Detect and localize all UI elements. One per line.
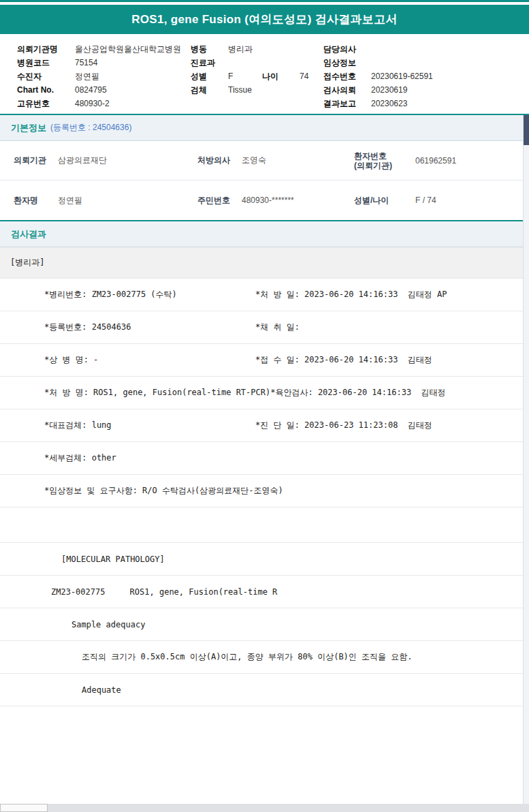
header-field-value: 정연필: [75, 69, 99, 83]
header-field-label: 고유번호: [17, 97, 75, 110]
basic-info-row: 환자명 정연필 주민번호 480930-******* 성별/나이 F / 74: [0, 181, 529, 220]
top-accent-strip: [0, 0, 529, 2]
empty-space: [0, 706, 529, 804]
header-field-label: 진료과: [191, 56, 228, 69]
header-field-row: 검체 Tissue: [191, 83, 323, 97]
patient-name-cell: 환자명 정연필: [14, 195, 197, 206]
header-field-value: Tissue: [228, 83, 252, 97]
section-results-bar: 검사결과: [0, 220, 529, 247]
result-right-text: *육안검사: 2023-06-20 14:16:33 김태정: [270, 387, 445, 399]
header-field-row: 의뢰기관명 울산공업학원울산대학교병원: [17, 42, 191, 56]
sex-age-label: 성별/나이: [354, 195, 415, 206]
header-field-label: 접수번호: [323, 69, 371, 83]
result-detail-rows: *병리번호: ZM23-002775 (수탁) *처 방 일: 2023-06-…: [0, 279, 529, 804]
vertical-scrollbar[interactable]: [523, 115, 529, 804]
result-left-text: *임상정보 및 요구사항: R/O 수탁검사(삼광의료재단-조영숙): [44, 485, 283, 497]
header-field-label: 결과보고: [323, 97, 371, 110]
patient-number-label-line1: 환자번호: [354, 151, 415, 161]
header-field-row: 담당의사: [323, 42, 529, 56]
result-right-text: *처 방 일: 2023-06-20 14:16:33 김태정 AP: [255, 289, 447, 300]
report-title: ROS1, gene Fusion (여의도성모) 검사결과보고서: [131, 12, 398, 27]
molecular-text: ZM23-002775 ROS1, gene, Fusion(real-time…: [51, 587, 277, 597]
molecular-row: [MOLECULAR PATHOLOGY]: [0, 543, 529, 576]
header-field-row: 진료과: [191, 56, 323, 69]
age-label: 나이: [262, 69, 300, 83]
patient-header: 의뢰기관명 울산공업학원울산대학교병원 병원코드 75154 수진자 정연필 C…: [0, 34, 529, 114]
result-detail-row: *세부검체: other: [0, 442, 529, 475]
header-field-label: 수진자: [17, 69, 75, 83]
result-detail-row: *등록번호: 24504636 *채 취 일:: [0, 311, 529, 344]
horizontal-scrollbar-thumb[interactable]: [0, 804, 48, 812]
prescribing-doctor-cell: 처방의사 조영숙: [197, 155, 354, 166]
horizontal-scrollbar[interactable]: [0, 804, 529, 812]
header-field-row: 임상정보: [323, 56, 529, 69]
resident-number-label: 주민번호: [197, 195, 242, 206]
molecular-text: Sample adequacy: [71, 620, 145, 629]
patient-number-label-line2: (의뢰기관): [354, 161, 415, 170]
header-field-row: 수진자 정연필: [17, 69, 191, 83]
header-field-label: 의뢰기관명: [17, 42, 75, 56]
header-field-row: 접수번호 20230619-62591: [323, 69, 529, 83]
referring-org-label: 의뢰기관: [14, 155, 58, 166]
header-field-label: Chart No.: [17, 83, 75, 97]
department-band: [병리과]: [0, 247, 529, 279]
vertical-scrollbar-thumb[interactable]: [524, 115, 529, 145]
result-left-text: *병리번호: ZM23-002775 (수탁): [44, 289, 255, 300]
result-detail-row: *병리번호: ZM23-002775 (수탁) *처 방 일: 2023-06-…: [0, 279, 529, 311]
header-field-label: 검체: [191, 83, 228, 97]
basic-info-row: 의뢰기관 삼광의료재단 처방의사 조영숙 환자번호 (의뢰기관) 0619625…: [0, 141, 529, 181]
age-value: 74: [300, 69, 308, 83]
header-field-row: 병동 병리과: [191, 42, 323, 56]
report-page: ROS1, gene Fusion (여의도성모) 검사결과보고서 의뢰기관명 …: [0, 0, 529, 812]
molecular-row: Sample adequacy: [0, 608, 529, 641]
molecular-text: Adequate: [82, 685, 121, 695]
result-detail-row: *처 방 명: ROS1, gene, Fusion(real-time RT-…: [0, 377, 529, 409]
result-detail-row: *대표검체: lung *진 단 일: 2023-06-23 11:23:08 …: [0, 409, 529, 442]
header-field-label: 병원코드: [17, 56, 75, 69]
header-column-3: 담당의사 임상정보 접수번호 20230619-62591 검사의뢰 20230…: [323, 42, 529, 114]
section-title-basic-info: 기본정보: [11, 122, 46, 134]
header-field-value: F: [228, 69, 262, 83]
patient-name-label: 환자명: [14, 195, 58, 206]
header-field-value: 20230619: [371, 83, 407, 97]
header-field-label: 임상정보: [323, 56, 371, 69]
header-field-label: 성별: [191, 69, 228, 83]
header-field-value: 울산공업학원울산대학교병원: [75, 42, 181, 56]
prescribing-doctor-value: 조영숙: [242, 155, 266, 166]
header-field-label: 담당의사: [323, 42, 371, 56]
header-field-row: Chart No. 0824795: [17, 83, 191, 97]
header-field-row: 고유번호 480930-2: [17, 97, 191, 110]
sex-age-value: F / 74: [415, 196, 436, 205]
header-field-value: 75154: [75, 56, 97, 69]
header-column-2: 병동 병리과 진료과 성별 F 나이 74 검체 Tissue: [191, 42, 323, 114]
result-left-text: *등록번호: 24504636: [44, 322, 255, 333]
registration-number-note: (등록번호 : 24504636): [50, 122, 131, 134]
result-right-text: *채 취 일:: [255, 322, 300, 333]
section-title-results: 검사결과: [11, 228, 46, 240]
patient-number-value: 061962591: [415, 156, 456, 166]
result-right-text: *접 수 일: 2023-06-20 14:16:33 김태정: [255, 354, 432, 366]
header-field-value: 0824795: [75, 83, 107, 97]
result-left-text: *상 병 명: -: [44, 354, 255, 366]
molecular-row: Adequate: [0, 674, 529, 706]
resident-number-cell: 주민번호 480930-*******: [197, 195, 354, 206]
basic-info-table: 의뢰기관 삼광의료재단 처방의사 조영숙 환자번호 (의뢰기관) 0619625…: [0, 141, 529, 220]
header-field-label: 검사의뢰: [323, 83, 371, 97]
report-title-bar: ROS1, gene Fusion (여의도성모) 검사결과보고서: [0, 5, 529, 34]
sex-age-cell: 성별/나이 F / 74: [354, 195, 529, 206]
header-column-1: 의뢰기관명 울산공업학원울산대학교병원 병원코드 75154 수진자 정연필 C…: [17, 42, 191, 114]
result-detail-row: *상 병 명: - *접 수 일: 2023-06-20 14:16:33 김태…: [0, 344, 529, 377]
molecular-row: ZM23-002775 ROS1, gene, Fusion(real-time…: [0, 576, 529, 608]
result-detail-row: *임상정보 및 요구사항: R/O 수탁검사(삼광의료재단-조영숙): [0, 475, 529, 507]
patient-number-cell: 환자번호 (의뢰기관) 061962591: [354, 151, 529, 170]
result-left-text: *처 방 명: ROS1, gene, Fusion(real-time RT-…: [44, 387, 270, 399]
patient-number-label: 환자번호 (의뢰기관): [354, 151, 415, 170]
result-right-text: *진 단 일: 2023-06-23 11:23:08 김태정: [255, 420, 432, 431]
blank-row: [0, 507, 529, 543]
header-field-label: 병동: [191, 42, 228, 56]
result-left-text: *세부검체: other: [44, 452, 255, 464]
resident-number-value: 480930-*******: [242, 196, 294, 205]
prescribing-doctor-label: 처방의사: [197, 155, 242, 166]
referring-org-cell: 의뢰기관 삼광의료재단: [14, 155, 197, 166]
header-field-value: 병리과: [228, 42, 253, 56]
